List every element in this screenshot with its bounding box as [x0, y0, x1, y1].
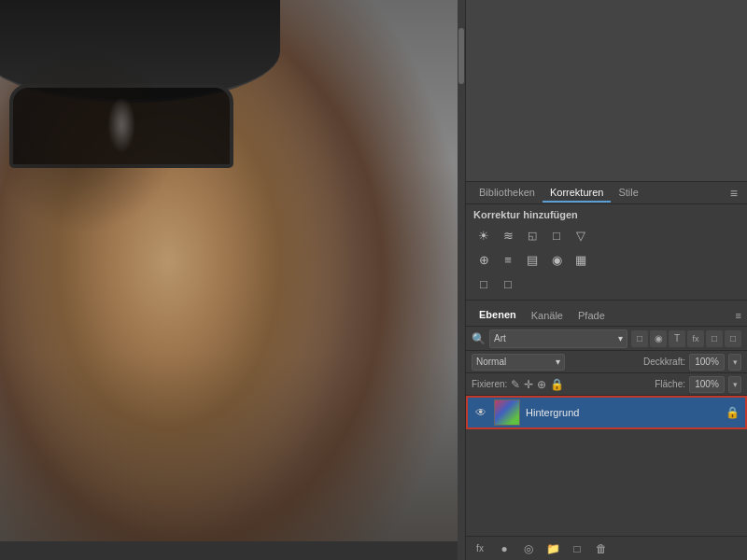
- filter-dropdown-label: Art: [494, 333, 506, 343]
- fix-icon-pencil[interactable]: ✎: [511, 378, 520, 391]
- tab-stile[interactable]: Stile: [611, 184, 645, 203]
- preview-area: [466, 0, 747, 182]
- corr-icon-colorbalance[interactable]: ≡: [498, 249, 518, 270]
- top-tabs-row: Bibliotheken Korrekturen Stile ≡: [466, 182, 747, 204]
- layer-item-hintergrund[interactable]: 👁 Hintergrund 🔒: [466, 396, 747, 429]
- fix-icon-lock[interactable]: 🔒: [550, 378, 564, 391]
- fix-icon-artboard[interactable]: ⊕: [537, 378, 546, 391]
- photo-canvas: [0, 0, 458, 541]
- tab-korrekturen[interactable]: Korrekturen: [543, 184, 611, 203]
- layers-list: 👁 Hintergrund 🔒: [466, 396, 747, 536]
- corr-icon-posterize[interactable]: □: [498, 273, 518, 294]
- corr-icon-invert[interactable]: □: [473, 273, 494, 294]
- tab-bibliotheken[interactable]: Bibliotheken: [472, 184, 543, 203]
- scroll-thumb[interactable]: [458, 28, 464, 84]
- toolbar-adjustment-icon[interactable]: ◎: [520, 540, 537, 557]
- layers-tabs-menu-icon[interactable]: ≡: [736, 310, 741, 321]
- photo-panel: [0, 0, 458, 560]
- blend-mode-dropdown[interactable]: Normal ▾: [472, 354, 565, 371]
- layer-visibility-toggle[interactable]: 👁: [473, 405, 488, 420]
- toolbar-fx-icon[interactable]: fx: [472, 540, 488, 557]
- filter-icon-text[interactable]: T: [669, 330, 685, 347]
- scroll-divider: [458, 0, 465, 560]
- corrections-icons-row3: □ □: [466, 272, 747, 296]
- filter-row: 🔍 Art ▾ □ ◉ T fx □ □: [466, 327, 747, 351]
- fläche-label: Fläche:: [655, 379, 685, 389]
- tab-ebenen[interactable]: Ebenen: [472, 306, 524, 325]
- right-panel: Bibliotheken Korrekturen Stile ≡ Korrekt…: [465, 0, 747, 560]
- top-tabs-menu-icon[interactable]: ≡: [726, 184, 741, 203]
- photo-bottom-bar: [0, 541, 458, 560]
- filter-dropdown-arrow: ▾: [618, 333, 623, 343]
- corr-icon-brightness[interactable]: ☀: [473, 225, 494, 245]
- corr-icon-photofilt[interactable]: ◉: [546, 249, 567, 270]
- corr-icon-curves[interactable]: ◱: [522, 225, 543, 245]
- corr-icon-vibrance[interactable]: ▽: [571, 225, 591, 245]
- toolbar-group-icon[interactable]: 📁: [544, 540, 561, 557]
- fläche-stepper[interactable]: ▾: [728, 376, 741, 393]
- opacity-label: Deckkraft:: [643, 357, 685, 367]
- filter-icon-mask[interactable]: □: [706, 330, 723, 347]
- toolbar-mask-icon[interactable]: ●: [496, 540, 513, 557]
- layer-thumb-preview: [495, 400, 519, 425]
- toolbar-new-layer-icon[interactable]: □: [569, 540, 585, 557]
- filter-icon-smart[interactable]: □: [725, 330, 741, 347]
- blend-row: Normal ▾ Deckkraft: 100% ▾: [466, 351, 747, 373]
- face-shadow: [0, 355, 458, 541]
- layers-empty-space: [466, 429, 747, 536]
- opacity-stepper[interactable]: ▾: [728, 354, 741, 371]
- corr-icon-bw[interactable]: ▤: [522, 249, 543, 270]
- toolbar-delete-icon[interactable]: 🗑: [593, 540, 610, 557]
- corrections-icons-row1: ☀ ≋ ◱ □ ▽: [466, 223, 747, 247]
- corr-icon-hsl[interactable]: ⊕: [473, 249, 494, 270]
- opacity-value[interactable]: 100%: [689, 354, 725, 371]
- fix-label: Fixieren:: [472, 379, 507, 389]
- filter-icon-pixel[interactable]: □: [631, 330, 648, 347]
- tab-kanäle[interactable]: Kanäle: [524, 307, 571, 324]
- fläche-value[interactable]: 100%: [689, 376, 725, 393]
- layer-lock-icon: 🔒: [726, 406, 740, 419]
- fix-row: Fixieren: ✎ ✛ ⊕ 🔒 Fläche: 100% ▾: [466, 373, 747, 396]
- corr-icon-channel[interactable]: ▦: [571, 249, 591, 270]
- corr-icon-levels[interactable]: ≋: [498, 225, 518, 245]
- corrections-icons-row2: ⊕ ≡ ▤ ◉ ▦: [466, 247, 747, 272]
- filter-dropdown[interactable]: Art ▾: [489, 329, 627, 348]
- corr-icon-exposure[interactable]: □: [546, 225, 567, 245]
- corrections-header: Korrektur hinzufügen: [466, 204, 747, 223]
- blend-mode-label: Normal: [476, 357, 506, 367]
- layer-name: Hintergrund: [526, 407, 720, 418]
- layers-tabs-row: Ebenen Kanäle Pfade ≡: [466, 304, 747, 327]
- tab-pfade[interactable]: Pfade: [571, 307, 613, 324]
- blend-mode-arrow: ▾: [556, 357, 560, 367]
- filter-icon-fx[interactable]: fx: [687, 330, 704, 347]
- panel-divider-1: [466, 300, 747, 301]
- layer-thumbnail: [494, 399, 520, 426]
- filter-search-icon: 🔍: [472, 332, 486, 345]
- layers-toolbar: fx ● ◎ 📁 □ 🗑: [466, 536, 747, 560]
- filter-icon-adjust[interactable]: ◉: [650, 330, 667, 347]
- filter-icons-group: □ ◉ T fx □ □: [631, 330, 741, 347]
- fix-icon-move[interactable]: ✛: [524, 378, 533, 391]
